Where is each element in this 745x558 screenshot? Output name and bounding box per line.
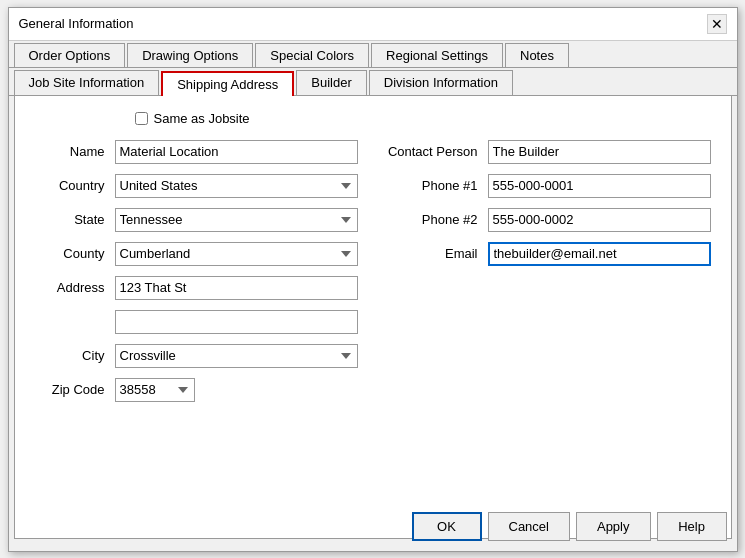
close-button[interactable]: ✕ [707,14,727,34]
name-row: Name [35,140,358,164]
cancel-button[interactable]: Cancel [488,512,570,541]
county-select[interactable]: Cumberland Davidson Shelby [115,242,358,266]
form-layout: Name Country United States Canada Mexico… [35,140,711,412]
address2-row [35,310,358,334]
zip-row: Zip Code 38558 37201 38103 [35,378,358,402]
tab-division-information[interactable]: Division Information [369,70,513,95]
tab-builder[interactable]: Builder [296,70,366,95]
state-row: State Tennessee Alabama Georgia Kentucky [35,208,358,232]
phone2-input[interactable] [488,208,711,232]
address-input[interactable] [115,276,358,300]
same-as-jobsite-checkbox[interactable] [135,112,148,125]
apply-button[interactable]: Apply [576,512,651,541]
county-row: County Cumberland Davidson Shelby [35,242,358,266]
name-input[interactable] [115,140,358,164]
dialog-title: General Information [19,16,134,31]
tab-row-2: Job Site Information Shipping Address Bu… [9,68,737,96]
city-row: City Crossville Nashville Memphis [35,344,358,368]
email-row: Email [388,242,711,266]
tab-special-colors[interactable]: Special Colors [255,43,369,67]
phone2-label: Phone #2 [388,212,488,227]
address2-input[interactable] [115,310,358,334]
tab-order-options[interactable]: Order Options [14,43,126,67]
contact-row: Contact Person [388,140,711,164]
title-bar: General Information ✕ [9,8,737,41]
tab-row-1: Order Options Drawing Options Special Co… [9,41,737,68]
same-as-jobsite-label: Same as Jobsite [154,111,250,126]
tab-job-site-information[interactable]: Job Site Information [14,70,160,95]
tab-drawing-options[interactable]: Drawing Options [127,43,253,67]
form-left: Name Country United States Canada Mexico… [35,140,358,412]
tab-regional-settings[interactable]: Regional Settings [371,43,503,67]
general-information-dialog: General Information ✕ Order Options Draw… [8,7,738,552]
phone1-input[interactable] [488,174,711,198]
email-input[interactable] [488,242,711,266]
state-label: State [35,212,115,227]
button-row: OK Cancel Apply Help [412,512,727,541]
name-label: Name [35,144,115,159]
phone1-label: Phone #1 [388,178,488,193]
zip-select[interactable]: 38558 37201 38103 [115,378,195,402]
contact-label: Contact Person [388,144,488,159]
tab-shipping-address[interactable]: Shipping Address [161,71,294,96]
city-select[interactable]: Crossville Nashville Memphis [115,344,358,368]
country-label: Country [35,178,115,193]
county-label: County [35,246,115,261]
help-button[interactable]: Help [657,512,727,541]
country-select[interactable]: United States Canada Mexico [115,174,358,198]
ok-button[interactable]: OK [412,512,482,541]
phone1-row: Phone #1 [388,174,711,198]
phone2-row: Phone #2 [388,208,711,232]
zip-label: Zip Code [35,382,115,397]
address-row: Address [35,276,358,300]
contact-input[interactable] [488,140,711,164]
tab-notes[interactable]: Notes [505,43,569,67]
email-label: Email [388,246,488,261]
state-select[interactable]: Tennessee Alabama Georgia Kentucky [115,208,358,232]
form-content: Same as Jobsite Name Country United Stat… [14,96,732,539]
same-as-jobsite-row: Same as Jobsite [135,111,711,126]
city-label: City [35,348,115,363]
country-row: Country United States Canada Mexico [35,174,358,198]
address-label: Address [35,280,115,295]
form-right: Contact Person Phone #1 Phone #2 Email [388,140,711,412]
